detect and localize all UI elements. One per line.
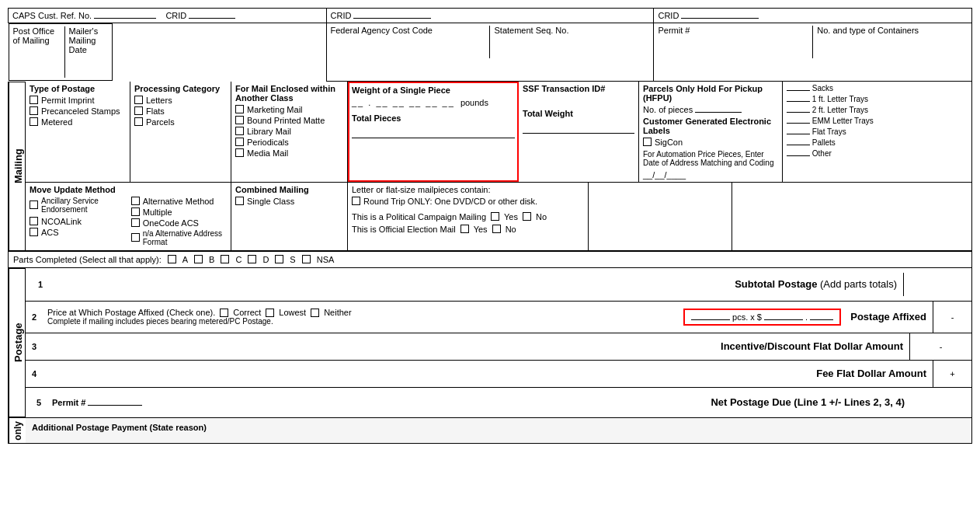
- emm-letter-trays-label: EMM Letter Trays: [787, 117, 968, 125]
- election-yes-checkbox[interactable]: [460, 225, 469, 233]
- plus: +: [950, 369, 954, 378]
- crid-label1: CRID: [165, 11, 186, 20]
- federal-agency-label: Federal Agency Cost Code: [331, 26, 486, 35]
- sacks-label: Sacks: [787, 84, 968, 92]
- parts-c-checkbox[interactable]: [221, 255, 229, 263]
- row2-subtext: Complete if mailing includes pieces bear…: [47, 317, 273, 326]
- political-yes-checkbox[interactable]: [491, 212, 499, 221]
- for-automation-label: For Automation Price Pieces, Enter Date …: [643, 150, 778, 167]
- parts-completed-label: Parts Completed (Select all that apply):: [13, 255, 162, 264]
- postage-section-label: Postage: [9, 268, 26, 417]
- single-class-checkbox[interactable]: [235, 197, 244, 205]
- customer-generated-label: Customer Generated Electronic Labels: [643, 117, 778, 135]
- periodicals-checkbox[interactable]: [235, 138, 244, 146]
- na-alternative-checkbox[interactable]: [131, 233, 140, 242]
- metered-row: Metered: [30, 117, 126, 127]
- total-pieces-label: Total Pieces: [352, 113, 515, 123]
- metered-checkbox[interactable]: [30, 117, 38, 126]
- parts-a-label: A: [182, 255, 188, 264]
- row1-num: 1: [32, 280, 49, 289]
- flat-trays-label: Flat Trays: [787, 127, 968, 136]
- crid-label2: CRID: [331, 11, 352, 20]
- bound-printed-checkbox[interactable]: [235, 116, 244, 124]
- round-trip-checkbox[interactable]: [352, 197, 360, 205]
- political-campaign-label: This is a Political Campaign Mailing: [352, 212, 486, 221]
- processing-category-label: Processing Category: [134, 84, 227, 93]
- move-update-label: Move Update Method: [30, 185, 227, 194]
- incentive-discount-label: Incentive/Discount Flat Dollar Amount: [721, 340, 903, 352]
- page: CAPS Cust. Ref. No. CRID CRID CRID Post …: [0, 0, 980, 530]
- permit-imprint-row: Permit Imprint: [30, 96, 126, 105]
- ancillary-checkbox[interactable]: [30, 200, 38, 209]
- price-affixed-label: Price at Which Postage Affixed (Check on…: [47, 308, 215, 317]
- ft-letter-trays-2-label: 2 ft. Letter Trays: [787, 106, 968, 114]
- acs-checkbox[interactable]: [30, 228, 38, 236]
- total-weight-label: Total Weight: [523, 109, 634, 118]
- dash2: -: [940, 342, 943, 351]
- parts-s-label: S: [290, 255, 295, 264]
- pcs-label: pcs. x $: [732, 312, 762, 322]
- row5-num: 5: [30, 398, 47, 407]
- post-office-label: Post Office of Mailing: [13, 26, 61, 45]
- correct-checkbox[interactable]: [220, 309, 228, 317]
- ssf-transaction-label: SSF Transaction ID#: [523, 84, 634, 93]
- permit-header-label: Permit #: [658, 26, 808, 35]
- parts-b-label: B: [209, 255, 214, 264]
- parts-d-label: D: [262, 255, 269, 264]
- for-mail-enclosed-label: For Mail Enclosed within Another Class: [235, 84, 343, 103]
- sigcon-checkbox[interactable]: [643, 138, 652, 146]
- subtotal-postage-suffix: (Add parts totals): [820, 278, 897, 290]
- onecode-acs-checkbox[interactable]: [131, 218, 140, 227]
- parts-d-checkbox[interactable]: [248, 255, 256, 263]
- statement-seq-label: Statement Seq. No.: [494, 26, 649, 35]
- alternative-method-checkbox[interactable]: [131, 197, 140, 205]
- precanceled-row: Precanceled Stamps: [30, 106, 126, 116]
- marketing-mail-checkbox[interactable]: [235, 105, 244, 113]
- parts-a-checkbox[interactable]: [168, 255, 176, 263]
- weight-single-piece-label: Weight of a Single Piece: [352, 85, 515, 95]
- parts-s-checkbox[interactable]: [275, 255, 283, 263]
- permit-row5-label: Permit #: [52, 398, 85, 407]
- type-of-postage-label: Type of Postage: [30, 84, 126, 93]
- pounds-label: pounds: [460, 98, 488, 107]
- caps-label: CAPS Cust. Ref. No.: [12, 11, 92, 20]
- crid-label3: CRID: [658, 11, 679, 20]
- subtotal-postage-label: Subtotal Postage: [735, 278, 817, 290]
- postage-affixed-label: Postage Affixed: [850, 311, 926, 323]
- additional-payment-label: Additional Postage Payment (State reason…: [32, 423, 207, 432]
- mailer-date-label: Mailer's Mailing Date: [69, 26, 109, 54]
- multiple-checkbox[interactable]: [131, 207, 140, 216]
- letters-checkbox[interactable]: [134, 96, 143, 104]
- precanceled-checkbox[interactable]: [30, 106, 38, 115]
- row2-num: 2: [26, 309, 43, 325]
- other-label: Other: [787, 149, 968, 158]
- parcels-only-label: Parcels Only Hold For Pickup (HFPU): [643, 84, 778, 103]
- parts-nsa-checkbox[interactable]: [302, 255, 311, 263]
- mailing-section-label: Mailing: [9, 82, 26, 251]
- flats-checkbox[interactable]: [134, 106, 143, 115]
- letter-flat-label: Letter or flat-size mailpieces contain:: [352, 185, 584, 194]
- pallets-label: Pallets: [787, 138, 968, 147]
- media-mail-checkbox[interactable]: [235, 148, 244, 157]
- parts-nsa-label: NSA: [317, 255, 335, 264]
- no-of-pieces-label: No. of pieces: [643, 105, 693, 114]
- parts-c-label: C: [235, 255, 242, 264]
- lowest-checkbox[interactable]: [266, 309, 274, 317]
- official-election-label: This is Official Election Mail: [352, 225, 456, 234]
- library-mail-checkbox[interactable]: [235, 127, 244, 135]
- ncoa-checkbox[interactable]: [30, 217, 38, 225]
- ft-letter-trays-1-label: 1 ft. Letter Trays: [787, 95, 968, 103]
- neither-checkbox[interactable]: [311, 309, 319, 317]
- political-no-checkbox[interactable]: [523, 212, 531, 221]
- no-type-containers-label: No. and type of Containers: [817, 26, 968, 35]
- row3-num: 3: [26, 339, 43, 354]
- neither-label: Neither: [324, 308, 351, 317]
- additional-side-label: only: [9, 418, 26, 444]
- parcels-checkbox[interactable]: [134, 117, 143, 126]
- combined-mailing-label: Combined Mailing: [235, 185, 343, 194]
- parts-b-checkbox[interactable]: [194, 255, 203, 263]
- lowest-label: Lowest: [279, 308, 306, 317]
- election-no-checkbox[interactable]: [492, 225, 501, 233]
- correct-label: Correct: [233, 308, 261, 317]
- permit-imprint-checkbox[interactable]: [30, 96, 38, 104]
